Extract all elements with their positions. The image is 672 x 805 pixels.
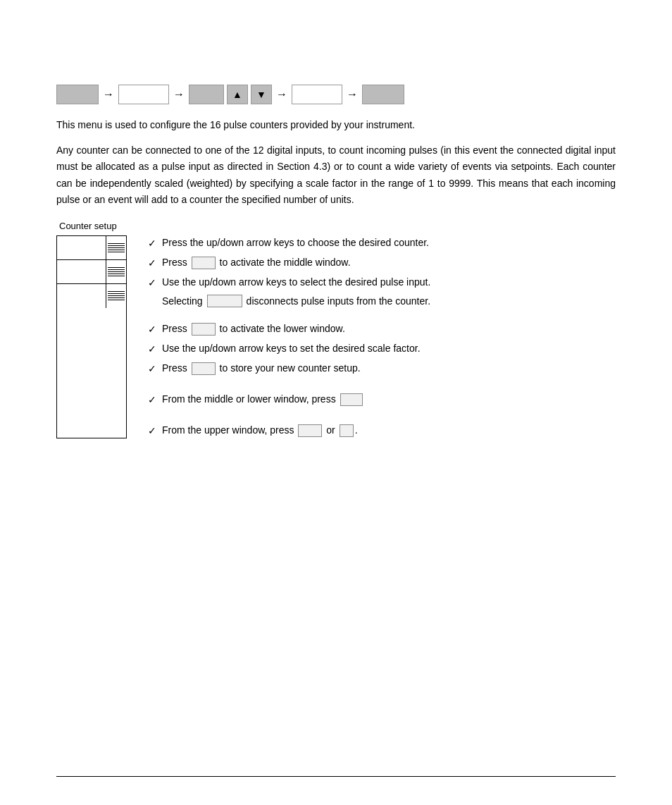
checkmark-1: ✓ — [148, 236, 158, 251]
checkmark-3: ✓ — [148, 276, 158, 290]
from-middle-item: ✓ From the middle or lower window, press — [148, 392, 616, 407]
counter-row-1 — [57, 236, 126, 260]
checkmark-7: ✓ — [148, 362, 158, 376]
intro-text: This menu is used to configure the 16 pu… — [56, 117, 616, 133]
key-box-upper-2 — [340, 424, 354, 437]
body-text: Any counter can be connected to one of t… — [56, 142, 616, 207]
nav-box-3 — [189, 85, 224, 104]
nav-box-5 — [362, 85, 404, 104]
instruction-indent: Selecting disconnects pulse inputs from … — [162, 295, 616, 307]
checkmark-6: ✓ — [148, 342, 158, 357]
instruction-text-5: Press to activate the lower window. — [162, 321, 616, 336]
nav-box-1 — [56, 85, 99, 104]
instruction-6: ✓ Use the up/down arrow keys to set the … — [148, 341, 616, 357]
instruction-text-7: Press to store your new counter setup. — [162, 361, 616, 376]
counter-setup-label: Counter setup — [59, 221, 616, 231]
instruction-2: ✓ Press to activate the middle window. — [148, 255, 616, 271]
instruction-text-6: Use the up/down arrow keys to set the de… — [162, 341, 616, 356]
bottom-rule — [56, 776, 616, 777]
instruction-text-1: Press the up/down arrow keys to choose t… — [162, 235, 616, 250]
key-box-none — [207, 295, 242, 307]
nav-box-2 — [118, 85, 169, 104]
checkmark-5: ✓ — [148, 322, 158, 337]
key-box-enter-2 — [192, 323, 216, 336]
checkmark-2: ✓ — [148, 256, 158, 271]
key-box-middle — [340, 393, 363, 406]
nav-bar: → → ▲ ▼ → → — [56, 85, 616, 104]
instruction-3: ✓ Use the up/down arrow keys to select t… — [148, 275, 616, 290]
counter-row-3 — [57, 284, 126, 308]
key-box-enter-1 — [192, 257, 216, 269]
indent-after: disconnects pulse inputs from the counte… — [247, 295, 430, 307]
arrow-4: → — [347, 88, 358, 101]
nav-down-arrow[interactable]: ▼ — [251, 85, 272, 104]
instruction-7: ✓ Press to store your new counter setup. — [148, 361, 616, 376]
indent-selecting: Selecting — [162, 295, 203, 307]
counter-setup-area: ✓ Press the up/down arrow keys to choose… — [56, 235, 616, 438]
arrow-1: → — [103, 88, 114, 101]
instruction-text-3: Use the up/down arrow keys to select the… — [162, 275, 616, 290]
instruction-1: ✓ Press the up/down arrow keys to choose… — [148, 235, 616, 251]
nav-box-4 — [292, 85, 342, 104]
key-box-upper-1 — [298, 424, 322, 437]
counter-diagram — [56, 235, 127, 438]
from-upper-text: From the upper window, press or . — [162, 423, 616, 438]
from-middle-text: From the middle or lower window, press — [162, 392, 616, 407]
counter-row-2 — [57, 260, 126, 284]
from-upper-item: ✓ From the upper window, press or . — [148, 423, 616, 438]
arrow-3: → — [276, 88, 287, 101]
nav-up-arrow[interactable]: ▲ — [227, 85, 248, 104]
instructions-list: ✓ Press the up/down arrow keys to choose… — [148, 235, 616, 438]
instruction-5: ✓ Press to activate the lower window. — [148, 321, 616, 337]
arrow-2: → — [173, 88, 185, 101]
checkmark-m: ✓ — [148, 393, 158, 407]
checkmark-u: ✓ — [148, 424, 158, 438]
instruction-text-2: Press to activate the middle window. — [162, 255, 616, 270]
key-box-enter-3 — [192, 362, 216, 375]
